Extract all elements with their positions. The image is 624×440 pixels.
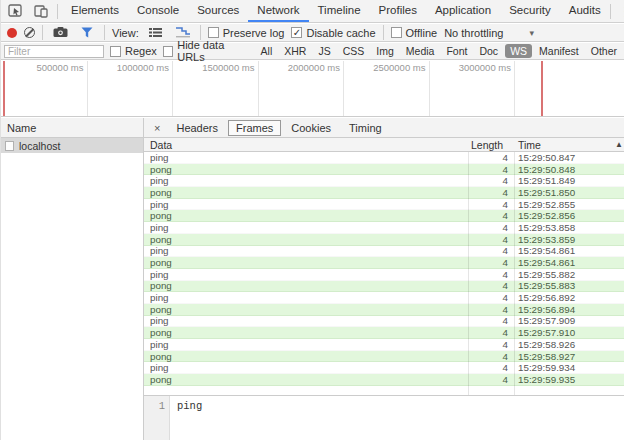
tab-console[interactable]: Console (128, 0, 188, 22)
table-row[interactable]: pong415:29:56.894 (144, 304, 624, 316)
cell-length: 4 (468, 187, 514, 198)
tab-application[interactable]: Application (426, 0, 500, 22)
cell-time: 15:29:53.859 (514, 234, 624, 245)
table-row[interactable]: pong415:29:51.850 (144, 187, 624, 199)
timeline-gridline: 3000000 ms (514, 61, 515, 116)
table-row[interactable]: ping415:29:50.847 (144, 152, 624, 164)
name-column-header[interactable]: Name (1, 118, 143, 138)
filter-type-img[interactable]: Img (371, 44, 399, 58)
tabbar-right: ⋮ ✕ (610, 0, 624, 22)
offline-checkbox[interactable]: Offline (391, 27, 438, 39)
timeline-tick-label: 500000 ms (36, 62, 83, 73)
tabbar-left-icons (1, 0, 62, 22)
checkbox-box[interactable] (110, 46, 121, 57)
table-row[interactable]: pong415:29:50.848 (144, 164, 624, 176)
column-header-data[interactable]: Data (144, 139, 468, 151)
tab-network[interactable]: Network (248, 0, 308, 22)
cell-length: 4 (468, 164, 514, 175)
details-tab-timing[interactable]: Timing (341, 120, 390, 136)
request-row-localhost[interactable]: localhost (1, 138, 143, 153)
filter-funnel-icon[interactable] (77, 23, 97, 43)
frames-table-header: Data Length Time ▲ (144, 138, 624, 152)
tab-timeline[interactable]: Timeline (309, 0, 370, 22)
table-row[interactable]: ping415:29:59.934 (144, 362, 624, 374)
cell-time: 15:29:54.861 (514, 257, 624, 268)
tab-audits[interactable]: Audits (560, 0, 610, 22)
filter-type-font[interactable]: Font (441, 44, 472, 58)
table-row[interactable]: pong415:29:52.856 (144, 210, 624, 222)
clear-icon[interactable] (24, 27, 35, 38)
filter-types: AllXHRJSCSSImgMediaFontDocWSManifestOthe… (256, 44, 622, 58)
cell-data: ping (144, 362, 468, 373)
cell-length: 4 (468, 327, 514, 338)
column-header-time[interactable]: Time (514, 139, 624, 151)
device-toolbar-icon[interactable] (31, 1, 51, 21)
cell-data: pong (144, 374, 468, 385)
table-row[interactable]: pong415:29:54.861 (144, 257, 624, 269)
table-row[interactable]: pong415:29:59.935 (144, 374, 624, 386)
filter-type-other[interactable]: Other (586, 44, 622, 58)
filter-type-css[interactable]: CSS (338, 44, 370, 58)
checkbox-box[interactable] (163, 46, 173, 57)
details-tab-cookies[interactable]: Cookies (283, 120, 339, 136)
cell-length: 4 (468, 234, 514, 245)
filter-type-xhr[interactable]: XHR (279, 44, 311, 58)
regex-checkbox[interactable]: Regex (110, 45, 157, 57)
preserve-log-checkbox[interactable]: Preserve log (208, 27, 285, 39)
table-row[interactable]: pong415:29:53.859 (144, 234, 624, 246)
table-row[interactable]: pong415:29:58.927 (144, 351, 624, 363)
cell-length: 4 (468, 222, 514, 233)
filter-type-ws[interactable]: WS (505, 44, 532, 58)
details-tab-headers[interactable]: Headers (168, 120, 226, 136)
timeline-tick-label: 1500000 ms (202, 62, 254, 73)
table-row[interactable]: ping415:29:56.892 (144, 292, 624, 304)
screenshot-camera-icon[interactable] (50, 23, 70, 43)
view-label: View: (112, 27, 139, 39)
details-tab-frames[interactable]: Frames (228, 120, 281, 136)
tab-profiles[interactable]: Profiles (370, 0, 426, 22)
checkbox-box[interactable] (391, 27, 402, 38)
regex-label: Regex (125, 45, 157, 57)
network-toolbar: View: Preserve log ✓ Disable cache Offli… (1, 24, 624, 42)
overflow-menu-icon[interactable]: ⋮ (611, 4, 624, 19)
inspect-element-icon[interactable] (5, 1, 25, 21)
network-overview-timeline[interactable]: 500000 ms1000000 ms1500000 ms2000000 ms2… (1, 61, 624, 117)
filter-type-media[interactable]: Media (401, 44, 440, 58)
websocket-doc-icon (5, 141, 14, 151)
table-row[interactable]: ping415:29:51.849 (144, 175, 624, 187)
filter-input[interactable] (4, 45, 104, 58)
table-row[interactable]: ping415:29:57.909 (144, 316, 624, 328)
table-row[interactable]: ping415:29:55.882 (144, 269, 624, 281)
close-details-icon[interactable]: × (148, 122, 166, 134)
frame-preview-pane: 1 ping (144, 395, 624, 440)
cell-length: 4 (468, 339, 514, 350)
table-row[interactable]: ping415:29:53.858 (144, 222, 624, 234)
table-row[interactable]: pong415:29:57.910 (144, 327, 624, 339)
table-row[interactable]: pong415:29:55.883 (144, 281, 624, 293)
checkbox-box[interactable] (208, 27, 219, 38)
checkbox-box[interactable]: ✓ (291, 27, 302, 38)
details-tabstrip: × HeadersFramesCookiesTiming (144, 118, 624, 138)
table-row[interactable]: ping415:29:58.926 (144, 339, 624, 351)
record-button[interactable] (7, 28, 17, 38)
filter-type-doc[interactable]: Doc (474, 44, 503, 58)
throttling-dropdown[interactable]: No throttling ▾ (444, 27, 534, 39)
tab-sources[interactable]: Sources (188, 0, 248, 22)
request-name: localhost (19, 140, 60, 152)
divider (104, 25, 105, 40)
timeline-tick-label: 2000000 ms (288, 62, 340, 73)
filter-type-js[interactable]: JS (313, 44, 335, 58)
tab-security[interactable]: Security (500, 0, 560, 22)
column-header-length[interactable]: Length (468, 139, 514, 151)
table-row[interactable]: ping415:29:52.855 (144, 199, 624, 211)
frame-content[interactable]: ping (170, 396, 202, 440)
table-row[interactable]: ping415:29:54.861 (144, 246, 624, 258)
sort-ascending-icon[interactable]: ▲ (615, 140, 623, 149)
hide-data-urls-checkbox[interactable]: Hide data URLs (163, 39, 250, 63)
tab-elements[interactable]: Elements (62, 0, 128, 22)
filter-type-manifest[interactable]: Manifest (534, 44, 584, 58)
disable-cache-checkbox[interactable]: ✓ Disable cache (291, 27, 375, 39)
hide-data-urls-label: Hide data URLs (177, 39, 249, 63)
cell-data: pong (144, 187, 468, 198)
filter-type-all[interactable]: All (256, 44, 278, 58)
